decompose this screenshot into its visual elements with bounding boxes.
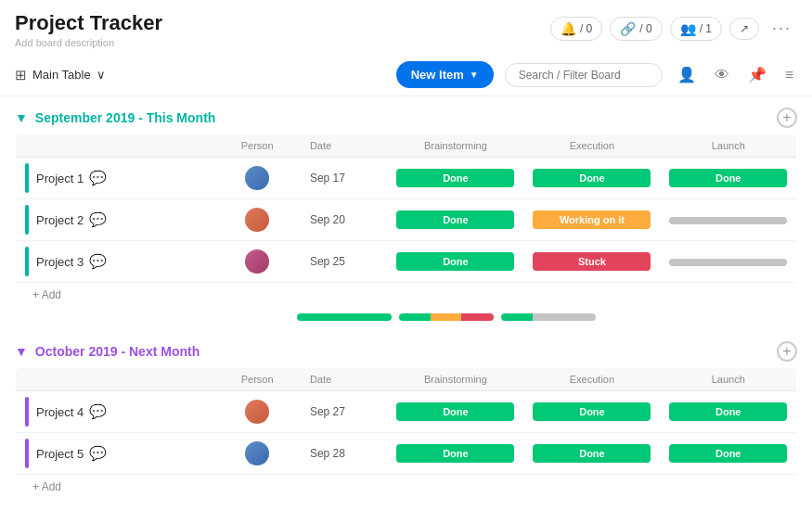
main-table-button[interactable]: ⊞ Main Table ∨ <box>15 67 106 83</box>
group-toggle-sep[interactable]: ▼ <box>15 110 28 125</box>
row-person-cell <box>213 158 301 199</box>
comment-icon[interactable]: 💬 <box>89 403 107 420</box>
avatar <box>245 441 269 465</box>
share-button[interactable]: ↗ <box>729 18 759 40</box>
status-badge-brainstorming: Done <box>396 252 514 271</box>
row-name-cell: Project 2 💬 <box>16 199 214 241</box>
add-row[interactable]: + Add <box>16 283 797 308</box>
col-header-name <box>16 134 214 158</box>
pin-icon[interactable]: 📌 <box>744 64 770 85</box>
add-label[interactable]: + Add <box>16 475 797 500</box>
row-color-bar <box>25 439 29 468</box>
link-count: / 0 <box>639 22 651 35</box>
status-badge-launch <box>669 217 787 224</box>
row-launch-cell[interactable] <box>660 199 796 241</box>
table-row: Project 1 💬 Sep 17 Done Done Done <box>16 158 797 199</box>
table-row: Project 2 💬 Sep 20 Done Working on it <box>16 199 797 241</box>
app-subtitle: Add board description <box>15 37 162 48</box>
row-person-cell <box>213 391 301 433</box>
row-brainstorming-cell[interactable]: Done <box>387 241 523 283</box>
avatar <box>245 166 269 190</box>
group-add-button-oct[interactable]: + <box>777 341 797 362</box>
row-name-cell: Project 5 💬 <box>16 433 214 475</box>
row-brainstorming-cell[interactable]: Done <box>387 158 523 199</box>
group-toggle-oct[interactable]: ▼ <box>15 344 28 359</box>
add-row[interactable]: + Add <box>16 475 797 500</box>
row-name: Project 5 <box>36 447 84 461</box>
link-icon: 🔗 <box>620 21 636 36</box>
add-label[interactable]: + Add <box>16 283 797 308</box>
row-execution-cell[interactable]: Done <box>523 391 660 433</box>
summary-bars <box>15 504 797 504</box>
col-header-person: Person <box>213 368 301 391</box>
status-badge-execution: Done <box>533 402 651 421</box>
avatar <box>245 208 269 232</box>
comment-icon[interactable]: 💬 <box>89 211 107 228</box>
col-header-brainstorming: Brainstorming <box>387 368 523 391</box>
notification-badge[interactable]: 🔔 / 0 <box>550 17 602 41</box>
row-launch-cell[interactable]: Done <box>660 158 796 199</box>
row-date-cell: Sep 17 <box>301 158 388 199</box>
row-execution-cell[interactable]: Done <box>523 158 660 199</box>
status-badge-brainstorming: Done <box>396 210 514 229</box>
row-brainstorming-cell[interactable]: Done <box>387 199 523 241</box>
table-row: Project 3 💬 Sep 25 Done Stuck <box>16 241 797 283</box>
new-item-label: New Item <box>411 68 464 82</box>
status-badge-brainstorming: Done <box>396 169 514 187</box>
status-badge-execution: Working on it <box>533 210 651 229</box>
people-count: / 1 <box>700 22 712 35</box>
row-launch-cell[interactable]: Done <box>660 391 796 433</box>
row-execution-cell[interactable]: Stuck <box>523 241 660 283</box>
row-execution-cell[interactable]: Working on it <box>523 199 660 241</box>
new-item-chevron-icon: ▼ <box>470 70 479 80</box>
eye-icon[interactable]: 👁 <box>711 65 733 85</box>
row-name: Project 3 <box>36 255 84 269</box>
people-badge[interactable]: 👥 / 1 <box>670 17 722 41</box>
comment-icon[interactable]: 💬 <box>89 170 107 186</box>
row-person-cell <box>213 433 301 475</box>
summary-brainstorming <box>293 312 395 323</box>
row-launch-cell[interactable]: Done <box>660 433 796 475</box>
header: Project Tracker Add board description 🔔 … <box>0 0 812 54</box>
row-color-bar <box>25 205 29 235</box>
group-table-oct: Person Date Brainstorming Execution Laun… <box>15 367 797 500</box>
filter-icon[interactable]: ≡ <box>781 65 797 85</box>
link-badge[interactable]: 🔗 / 0 <box>610 17 662 41</box>
user-filter-icon[interactable]: 👤 <box>674 64 700 85</box>
search-input[interactable] <box>505 63 663 87</box>
row-name: Project 4 <box>36 405 84 419</box>
row-date-cell: Sep 28 <box>301 433 388 475</box>
group-header-sep: ▼ September 2019 - This Month + <box>15 108 797 128</box>
table-chevron-icon: ∨ <box>97 68 106 82</box>
row-name-cell: Project 4 💬 <box>16 391 214 433</box>
col-header-date: Date <box>301 134 388 158</box>
summary-bars <box>15 312 797 323</box>
comment-icon[interactable]: 💬 <box>89 253 107 270</box>
avatar <box>245 249 269 274</box>
row-brainstorming-cell[interactable]: Done <box>387 391 523 433</box>
status-badge-brainstorming: Done <box>396 444 514 463</box>
row-name: Project 2 <box>36 213 84 227</box>
main-table-label: Main Table <box>32 68 91 82</box>
group-oct: ▼ October 2019 - Next Month + Person Dat… <box>15 341 797 504</box>
comment-icon[interactable]: 💬 <box>89 445 107 462</box>
row-person-cell <box>213 199 301 241</box>
row-name-cell: Project 1 💬 <box>16 158 214 199</box>
group-sep: ▼ September 2019 - This Month + Person D… <box>15 108 797 323</box>
col-header-launch: Launch <box>660 368 796 391</box>
summary-brainstorming <box>293 504 395 504</box>
row-brainstorming-cell[interactable]: Done <box>387 433 523 475</box>
summary-execution <box>395 312 497 323</box>
status-badge-brainstorming: Done <box>396 402 514 421</box>
new-item-button[interactable]: New Item ▼ <box>396 61 494 88</box>
row-person-cell <box>213 241 301 283</box>
status-badge-execution: Stuck <box>533 252 651 271</box>
group-add-button-sep[interactable]: + <box>777 108 797 128</box>
people-icon: 👥 <box>680 21 696 36</box>
row-execution-cell[interactable]: Done <box>523 433 660 475</box>
row-launch-cell[interactable] <box>660 241 796 283</box>
row-date-cell: Sep 20 <box>301 199 388 241</box>
row-date-cell: Sep 27 <box>301 391 388 433</box>
more-options-button[interactable]: ··· <box>767 15 797 42</box>
group-table-sep: Person Date Brainstorming Execution Laun… <box>15 134 797 308</box>
